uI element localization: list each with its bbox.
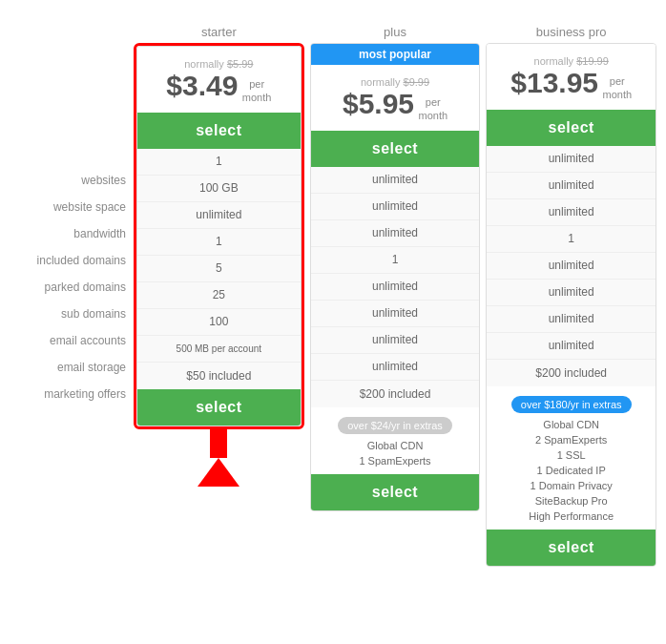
starter-price-section: normally $5.99 $3.49 per month: [137, 47, 301, 113]
plus-card: most popular normally $9.99 $5.95 per mo…: [310, 43, 481, 511]
starter-select-bottom-button[interactable]: select: [137, 389, 301, 426]
label-marketing-offers: marketing offers: [10, 381, 126, 407]
bp-email-accounts: unlimited: [487, 306, 656, 333]
label-website-space: website space: [10, 194, 126, 220]
bp-extra5: 1 Domain Privacy: [490, 478, 652, 493]
plans-area: starter normally $5.99 $3.49: [134, 19, 656, 567]
starter-plan-column: starter normally $5.99 $3.49: [134, 19, 304, 429]
plus-websites: unlimited: [311, 167, 480, 194]
starter-data-rows: 1 100 GB unlimited 1 5 25 100 500 MB per…: [137, 149, 301, 389]
label-parked-domains: parked domains: [10, 274, 126, 301]
bp-sub-domains: unlimited: [487, 280, 656, 306]
business-pro-extras-section: over $180/yr in extras Global CDN 2 Spam…: [487, 386, 656, 530]
business-pro-extras-badge: over $180/yr in extras: [511, 396, 632, 413]
bp-extra3: 1 SSL: [490, 447, 652, 463]
starter-outer: normally $5.99 $3.49 per month: [134, 43, 304, 429]
plus-price-display: $5.95 per month: [319, 88, 472, 123]
arrow-shaft: [210, 429, 227, 458]
label-email-storage: email storage: [10, 354, 126, 381]
starter-sub-domains: 25: [137, 282, 301, 309]
plus-extras-section: over $24/yr in extras Global CDN 1 SpamE…: [311, 407, 480, 474]
business-pro-price: $13.95: [510, 67, 598, 98]
starter-included-domains: 1: [137, 229, 301, 256]
business-pro-header: business pro: [486, 19, 656, 43]
business-pro-normal-price: $19.99: [576, 55, 609, 67]
most-popular-badge: most popular: [311, 44, 480, 65]
starter-bandwidth: unlimited: [137, 202, 301, 229]
plus-extra2: 1 SpamExperts: [315, 453, 476, 468]
plus-sub-domains: unlimited: [311, 301, 480, 327]
pricing-container: websites website space bandwidth include…: [10, 19, 656, 567]
plus-normally: normally $9.99: [319, 76, 472, 88]
plus-included-domains: 1: [311, 247, 480, 274]
starter-parked-domains: 5: [137, 256, 301, 282]
plus-select-top-button[interactable]: select: [311, 131, 480, 167]
starter-price-display: $3.49 per month: [145, 70, 293, 105]
business-pro-normally: normally $19.99: [494, 55, 648, 67]
bp-website-space: unlimited: [487, 173, 656, 199]
starter-email-storage: 500 MB per account: [137, 336, 301, 363]
bp-marketing-offers: $200 included: [487, 360, 656, 386]
business-pro-select-top-button[interactable]: select: [487, 110, 656, 146]
plus-price-suffix: per month: [418, 95, 447, 123]
bp-extra1: Global CDN: [490, 417, 652, 432]
business-pro-price-section: normally $19.99 $13.95 per month: [487, 44, 656, 110]
plus-price: $5.95: [343, 88, 414, 119]
bp-extra4: 1 Dedicated IP: [490, 463, 652, 478]
starter-websites: 1: [137, 149, 301, 176]
plus-website-space: unlimited: [311, 194, 480, 220]
bp-parked-domains: unlimited: [487, 253, 656, 280]
plus-email-storage: unlimited: [311, 354, 480, 381]
business-pro-select-bottom-button[interactable]: select: [487, 530, 656, 566]
plus-normal-price: $9.99: [404, 76, 430, 88]
starter-wrapper: normally $5.99 $3.49 per month: [134, 43, 304, 429]
starter-website-space: 100 GB: [137, 176, 301, 202]
labels-column: websites website space bandwidth include…: [10, 19, 134, 407]
arrow-head: [198, 458, 239, 487]
business-pro-price-display: $13.95 per month: [494, 67, 648, 102]
plus-header: plus: [310, 19, 481, 43]
plus-extras-badge: over $24/yr in extras: [338, 417, 452, 434]
label-bandwidth: bandwidth: [10, 220, 126, 247]
plus-bandwidth: unlimited: [311, 220, 480, 247]
label-sub-domains: sub domains: [10, 301, 126, 327]
bp-websites: unlimited: [487, 146, 656, 173]
business-pro-data-rows: unlimited unlimited unlimited 1 unlimite…: [487, 146, 656, 386]
label-websites: websites: [10, 167, 126, 194]
starter-price: $3.49: [166, 70, 238, 101]
plus-plan-column: plus most popular normally $9.99 $5.95 p…: [310, 19, 481, 511]
label-email-accounts: email accounts: [10, 327, 126, 354]
label-included-domains: included domains: [10, 247, 126, 274]
starter-normally: normally $5.99: [145, 58, 293, 70]
plus-data-rows: unlimited unlimited unlimited 1 unlimite…: [311, 167, 480, 407]
plus-extra1: Global CDN: [315, 438, 476, 453]
bp-included-domains: 1: [487, 226, 656, 253]
starter-header: starter: [134, 19, 304, 43]
starter-email-accounts: 100: [137, 309, 301, 336]
plus-parked-domains: unlimited: [311, 274, 480, 301]
bp-bandwidth: unlimited: [487, 199, 656, 226]
business-pro-plan-column: business pro normally $19.99 $13.95 per …: [486, 19, 656, 567]
plus-price-section: normally $9.99 $5.95 per month: [311, 65, 480, 131]
business-pro-price-suffix: per month: [603, 74, 633, 102]
starter-price-suffix: per month: [242, 77, 272, 105]
starter-card: normally $5.99 $3.49 per month: [136, 46, 302, 426]
starter-marketing-offers: $50 included: [137, 363, 301, 389]
business-pro-card: normally $19.99 $13.95 per month select …: [486, 43, 656, 567]
starter-normal-price: $5.99: [227, 58, 254, 70]
arrow-indicator: [198, 429, 239, 487]
bp-extra2: 2 SpamExperts: [490, 432, 652, 447]
plus-select-bottom-button[interactable]: select: [311, 474, 480, 510]
starter-select-top-button[interactable]: select: [137, 113, 301, 149]
bp-email-storage: unlimited: [487, 333, 656, 360]
plus-email-accounts: unlimited: [311, 327, 480, 354]
bp-extra7: High Performance: [490, 509, 652, 524]
bp-extra6: SiteBackup Pro: [490, 493, 652, 509]
plus-marketing-offers: $200 included: [311, 381, 480, 407]
